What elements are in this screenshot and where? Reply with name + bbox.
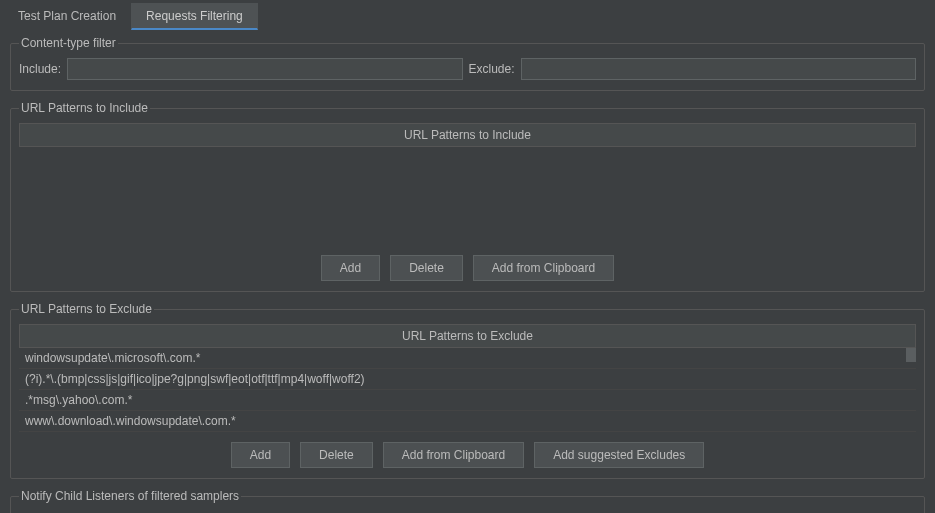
include-delete-button[interactable]: Delete xyxy=(390,255,463,281)
exclude-add-suggested-button[interactable]: Add suggested Excludes xyxy=(534,442,704,468)
tab-requests-filtering[interactable]: Requests Filtering xyxy=(131,3,258,30)
exclude-label: Exclude: xyxy=(469,62,515,76)
url-patterns-exclude-legend: URL Patterns to Exclude xyxy=(19,302,154,316)
content-type-filter-group: Content-type filter Include: Exclude: xyxy=(10,36,925,91)
exclude-table-body[interactable]: windowsupdate\.microsoft\.com.*(?i).*\.(… xyxy=(19,348,916,432)
exclude-add-button[interactable]: Add xyxy=(231,442,290,468)
include-table-header: URL Patterns to Include xyxy=(19,123,916,147)
requests-filtering-panel: Content-type filter Include: Exclude: UR… xyxy=(0,30,935,513)
table-row[interactable]: www\.download\.windowsupdate\.com.* xyxy=(19,411,916,432)
table-row[interactable]: windowsupdate\.microsoft\.com.* xyxy=(19,348,916,369)
url-patterns-exclude-group: URL Patterns to Exclude URL Patterns to … xyxy=(10,302,925,479)
exclude-add-clipboard-button[interactable]: Add from Clipboard xyxy=(383,442,524,468)
include-label: Include: xyxy=(19,62,61,76)
include-add-button[interactable]: Add xyxy=(321,255,380,281)
tab-test-plan-creation[interactable]: Test Plan Creation xyxy=(3,3,131,30)
content-type-filter-legend: Content-type filter xyxy=(19,36,118,50)
exclude-scrollbar[interactable] xyxy=(906,348,916,362)
table-row[interactable]: .*msg\.yahoo\.com.* xyxy=(19,390,916,411)
exclude-table-header: URL Patterns to Exclude xyxy=(19,324,916,348)
notify-legend: Notify Child Listeners of filtered sampl… xyxy=(19,489,241,503)
notify-child-listeners-group: Notify Child Listeners of filtered sampl… xyxy=(10,489,925,513)
include-input[interactable] xyxy=(67,58,462,80)
url-patterns-include-legend: URL Patterns to Include xyxy=(19,101,150,115)
tab-bar: Test Plan Creation Requests Filtering xyxy=(0,0,935,30)
include-add-clipboard-button[interactable]: Add from Clipboard xyxy=(473,255,614,281)
table-row[interactable]: (?i).*\.(bmp|css|js|gif|ico|jpe?g|png|sw… xyxy=(19,369,916,390)
exclude-delete-button[interactable]: Delete xyxy=(300,442,373,468)
include-table-body[interactable] xyxy=(19,147,916,163)
url-patterns-include-group: URL Patterns to Include URL Patterns to … xyxy=(10,101,925,292)
exclude-input[interactable] xyxy=(521,58,916,80)
